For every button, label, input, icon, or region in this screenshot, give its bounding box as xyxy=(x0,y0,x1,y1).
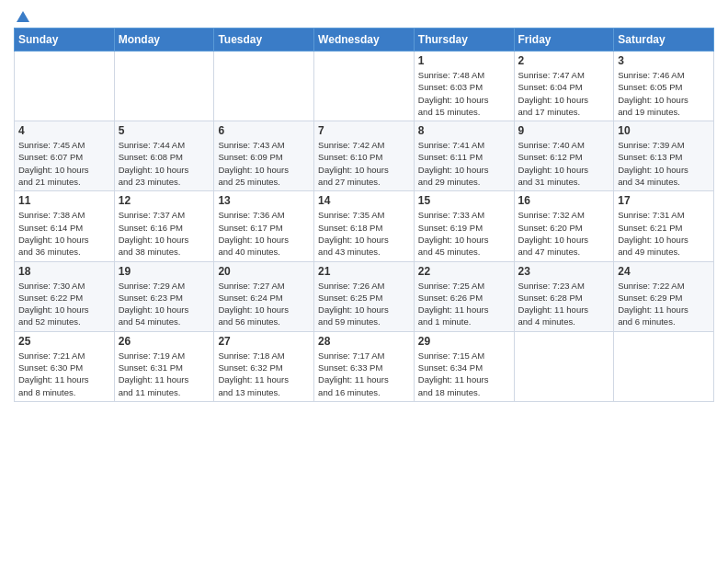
day-detail: Sunrise: 7:42 AM Sunset: 6:10 PM Dayligh… xyxy=(318,139,410,188)
day-number: 14 xyxy=(318,194,410,207)
calendar-cell: 28Sunrise: 7:17 AM Sunset: 6:33 PM Dayli… xyxy=(314,331,415,401)
day-number: 23 xyxy=(518,265,610,278)
calendar-cell: 14Sunrise: 7:35 AM Sunset: 6:18 PM Dayli… xyxy=(314,191,415,261)
day-detail: Sunrise: 7:15 AM Sunset: 6:34 PM Dayligh… xyxy=(418,350,510,398)
calendar-body: 1Sunrise: 7:48 AM Sunset: 6:03 PM Daylig… xyxy=(15,52,714,402)
calendar-week-5: 25Sunrise: 7:21 AM Sunset: 6:30 PM Dayli… xyxy=(15,331,714,401)
day-detail: Sunrise: 7:22 AM Sunset: 6:29 PM Dayligh… xyxy=(618,280,710,328)
day-detail: Sunrise: 7:32 AM Sunset: 6:20 PM Dayligh… xyxy=(518,209,610,258)
header xyxy=(14,9,714,22)
day-number: 20 xyxy=(218,265,310,278)
day-detail: Sunrise: 7:31 AM Sunset: 6:21 PM Dayligh… xyxy=(618,209,710,258)
day-number: 25 xyxy=(18,335,110,348)
calendar-header: SundayMondayTuesdayWednesdayThursdayFrid… xyxy=(15,29,714,52)
day-number: 10 xyxy=(618,124,710,137)
calendar-cell: 11Sunrise: 7:38 AM Sunset: 6:14 PM Dayli… xyxy=(15,191,115,261)
day-detail: Sunrise: 7:48 AM Sunset: 6:03 PM Dayligh… xyxy=(418,69,510,118)
day-number: 27 xyxy=(218,335,310,348)
calendar-cell: 7Sunrise: 7:42 AM Sunset: 6:10 PM Daylig… xyxy=(314,121,415,191)
calendar-cell: 24Sunrise: 7:22 AM Sunset: 6:29 PM Dayli… xyxy=(614,261,714,331)
day-number: 15 xyxy=(418,194,510,207)
calendar-cell: 26Sunrise: 7:19 AM Sunset: 6:31 PM Dayli… xyxy=(114,331,214,401)
calendar-cell: 10Sunrise: 7:39 AM Sunset: 6:13 PM Dayli… xyxy=(614,121,714,191)
calendar-week-2: 4Sunrise: 7:45 AM Sunset: 6:07 PM Daylig… xyxy=(15,121,714,191)
day-number: 1 xyxy=(418,54,510,67)
day-number: 4 xyxy=(18,124,110,137)
header-day-sunday: Sunday xyxy=(15,29,115,52)
logo xyxy=(14,13,31,22)
calendar-cell: 6Sunrise: 7:43 AM Sunset: 6:09 PM Daylig… xyxy=(214,121,314,191)
day-number: 9 xyxy=(518,124,610,137)
day-detail: Sunrise: 7:44 AM Sunset: 6:08 PM Dayligh… xyxy=(119,139,210,188)
day-number: 7 xyxy=(318,124,410,137)
header-day-tuesday: Tuesday xyxy=(214,29,314,52)
day-detail: Sunrise: 7:43 AM Sunset: 6:09 PM Dayligh… xyxy=(218,139,310,188)
day-detail: Sunrise: 7:29 AM Sunset: 6:23 PM Dayligh… xyxy=(119,280,210,328)
day-detail: Sunrise: 7:45 AM Sunset: 6:07 PM Dayligh… xyxy=(18,139,110,188)
calendar-cell: 22Sunrise: 7:25 AM Sunset: 6:26 PM Dayli… xyxy=(414,261,514,331)
day-detail: Sunrise: 7:26 AM Sunset: 6:25 PM Dayligh… xyxy=(318,280,410,328)
calendar-cell: 2Sunrise: 7:47 AM Sunset: 6:04 PM Daylig… xyxy=(514,52,614,121)
calendar-cell xyxy=(614,331,714,401)
day-detail: Sunrise: 7:41 AM Sunset: 6:11 PM Dayligh… xyxy=(418,139,510,188)
header-day-monday: Monday xyxy=(114,29,214,52)
day-number: 6 xyxy=(218,124,310,137)
day-detail: Sunrise: 7:27 AM Sunset: 6:24 PM Dayligh… xyxy=(218,280,310,328)
day-number: 17 xyxy=(618,194,710,207)
calendar-cell xyxy=(514,331,614,401)
calendar-cell: 18Sunrise: 7:30 AM Sunset: 6:22 PM Dayli… xyxy=(15,261,115,331)
day-number: 21 xyxy=(318,265,410,278)
calendar-cell: 21Sunrise: 7:26 AM Sunset: 6:25 PM Dayli… xyxy=(314,261,415,331)
day-number: 24 xyxy=(618,265,710,278)
calendar-table: SundayMondayTuesdayWednesdayThursdayFrid… xyxy=(14,28,714,402)
calendar-cell: 13Sunrise: 7:36 AM Sunset: 6:17 PM Dayli… xyxy=(214,191,314,261)
calendar-cell: 17Sunrise: 7:31 AM Sunset: 6:21 PM Dayli… xyxy=(614,191,714,261)
day-detail: Sunrise: 7:18 AM Sunset: 6:32 PM Dayligh… xyxy=(218,350,310,398)
day-detail: Sunrise: 7:33 AM Sunset: 6:19 PM Dayligh… xyxy=(418,209,510,258)
calendar-cell xyxy=(314,52,415,121)
day-detail: Sunrise: 7:46 AM Sunset: 6:05 PM Dayligh… xyxy=(618,69,710,118)
calendar-cell: 8Sunrise: 7:41 AM Sunset: 6:11 PM Daylig… xyxy=(414,121,514,191)
day-detail: Sunrise: 7:25 AM Sunset: 6:26 PM Dayligh… xyxy=(418,280,510,328)
calendar-cell: 27Sunrise: 7:18 AM Sunset: 6:32 PM Dayli… xyxy=(214,331,314,401)
day-detail: Sunrise: 7:40 AM Sunset: 6:12 PM Dayligh… xyxy=(518,139,610,188)
calendar-cell: 12Sunrise: 7:37 AM Sunset: 6:16 PM Dayli… xyxy=(114,191,214,261)
calendar-cell: 19Sunrise: 7:29 AM Sunset: 6:23 PM Dayli… xyxy=(114,261,214,331)
calendar-cell: 16Sunrise: 7:32 AM Sunset: 6:20 PM Dayli… xyxy=(514,191,614,261)
day-detail: Sunrise: 7:36 AM Sunset: 6:17 PM Dayligh… xyxy=(218,209,310,258)
day-number: 11 xyxy=(18,194,110,207)
header-day-friday: Friday xyxy=(514,29,614,52)
day-detail: Sunrise: 7:21 AM Sunset: 6:30 PM Dayligh… xyxy=(18,350,110,398)
day-number: 16 xyxy=(518,194,610,207)
day-number: 22 xyxy=(418,265,510,278)
calendar-cell xyxy=(15,52,115,121)
day-number: 28 xyxy=(318,335,410,348)
day-detail: Sunrise: 7:38 AM Sunset: 6:14 PM Dayligh… xyxy=(18,209,110,258)
header-day-wednesday: Wednesday xyxy=(314,29,415,52)
header-day-saturday: Saturday xyxy=(614,29,714,52)
calendar-cell: 1Sunrise: 7:48 AM Sunset: 6:03 PM Daylig… xyxy=(414,52,514,121)
day-detail: Sunrise: 7:19 AM Sunset: 6:31 PM Dayligh… xyxy=(119,350,210,398)
day-number: 12 xyxy=(119,194,210,207)
svg-marker-0 xyxy=(17,11,29,22)
calendar-cell: 15Sunrise: 7:33 AM Sunset: 6:19 PM Dayli… xyxy=(414,191,514,261)
day-detail: Sunrise: 7:39 AM Sunset: 6:13 PM Dayligh… xyxy=(618,139,710,188)
calendar-cell: 3Sunrise: 7:46 AM Sunset: 6:05 PM Daylig… xyxy=(614,52,714,121)
header-day-thursday: Thursday xyxy=(414,29,514,52)
day-number: 18 xyxy=(18,265,110,278)
calendar-cell xyxy=(114,52,214,121)
day-detail: Sunrise: 7:47 AM Sunset: 6:04 PM Dayligh… xyxy=(518,69,610,118)
day-number: 8 xyxy=(418,124,510,137)
day-detail: Sunrise: 7:37 AM Sunset: 6:16 PM Dayligh… xyxy=(119,209,210,258)
day-number: 26 xyxy=(119,335,210,348)
day-detail: Sunrise: 7:17 AM Sunset: 6:33 PM Dayligh… xyxy=(318,350,410,398)
calendar-cell: 4Sunrise: 7:45 AM Sunset: 6:07 PM Daylig… xyxy=(15,121,115,191)
day-number: 29 xyxy=(418,335,510,348)
day-detail: Sunrise: 7:23 AM Sunset: 6:28 PM Dayligh… xyxy=(518,280,610,328)
day-number: 2 xyxy=(518,54,610,67)
calendar-cell: 9Sunrise: 7:40 AM Sunset: 6:12 PM Daylig… xyxy=(514,121,614,191)
calendar-week-1: 1Sunrise: 7:48 AM Sunset: 6:03 PM Daylig… xyxy=(15,52,714,121)
calendar-cell: 25Sunrise: 7:21 AM Sunset: 6:30 PM Dayli… xyxy=(15,331,115,401)
calendar-cell: 5Sunrise: 7:44 AM Sunset: 6:08 PM Daylig… xyxy=(114,121,214,191)
day-number: 19 xyxy=(119,265,210,278)
